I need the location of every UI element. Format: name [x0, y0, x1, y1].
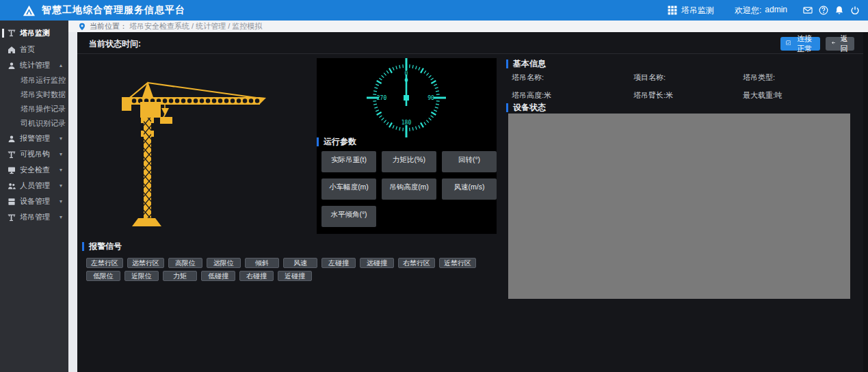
sidebar-item-首页[interactable]: 首页: [0, 42, 68, 57]
alarm-row-1: 左禁行区 远禁行区 高限位 远限位 倾斜 风速 左碰撞 远碰撞 右禁行区: [86, 258, 534, 268]
sidebar-item-label: 人员管理: [20, 181, 50, 191]
sidebar-item-label: 塔吊操作记录: [21, 104, 66, 114]
tower-crane-illustration: [111, 75, 269, 232]
app-switcher[interactable]: 塔吊监测: [668, 5, 714, 16]
username[interactable]: admin: [765, 5, 787, 16]
alarm-signal-chip: 右碰撞: [239, 271, 274, 281]
sidebar-item-塔吊运行监控[interactable]: 塔吊运行监控: [0, 73, 68, 88]
sidebar-item-label: 司机识别记录: [21, 118, 66, 129]
sidebar-item-label: 可视吊钩: [20, 149, 50, 159]
sidebar-item-人员管理[interactable]: 人员管理▾: [0, 178, 68, 194]
gauge-panel: 090180270 运行参数 实际吊重(t) 力矩比(%) 回转(°): [317, 58, 497, 234]
sidebar-item-可视吊钩[interactable]: 可视吊钩▾: [0, 146, 68, 162]
crane-icon: [8, 213, 16, 222]
alarm-signal-chip: 左禁行区: [86, 258, 123, 268]
section-accent-bar: [506, 103, 508, 112]
sidebar-item-塔吊操作记录[interactable]: 塔吊操作记录: [0, 102, 68, 116]
param-tile: 吊钩高度(m): [382, 178, 436, 200]
info-panel: 基本信息 塔吊名称: 项目名称: 塔吊类型: 塔吊高度:米 塔吊臂长:米 最大载…: [506, 58, 859, 345]
breadcrumb: 当前位置： 塔吊安全检查系统 / 统计管理 / 监控模拟: [68, 21, 868, 32]
info-field-label: 塔吊类型:: [743, 72, 859, 83]
section-accent-bar: [506, 59, 508, 68]
back-arrow-icon: [831, 40, 836, 48]
device-icon: [8, 198, 16, 206]
user-icon: [8, 62, 16, 70]
active-indicator: [2, 29, 4, 38]
breadcrumb-prefix: 当前位置：: [90, 21, 127, 31]
status-time-label: 当前状态时间:: [89, 38, 141, 50]
chevron-down-icon: ▾: [60, 151, 62, 157]
sidebar-item-安全检查[interactable]: 安全检查▾: [0, 162, 68, 178]
location-pin-icon: [78, 23, 86, 31]
chevron-down-icon: ▾: [60, 167, 62, 173]
user-icon: [8, 135, 16, 143]
back-button[interactable]: 返回: [826, 37, 854, 51]
breadcrumb-path[interactable]: 塔吊安全检查系统 / 统计管理 / 监控模拟: [129, 21, 262, 31]
param-tile: 回转(°): [442, 151, 497, 172]
connection-status-button[interactable]: 连接正常: [780, 37, 820, 51]
section-accent-bar: [317, 137, 319, 146]
alarm-signal-chip: 近碰撞: [278, 271, 312, 281]
content-header: 当前状态时间: 连接正常 返回: [77, 32, 868, 54]
bell-icon[interactable]: [834, 5, 844, 15]
chevron-down-icon: ▾: [60, 135, 62, 142]
basic-info-header: 基本信息: [506, 58, 546, 70]
help-icon[interactable]: [819, 5, 828, 15]
alarm-signal-chip: 右禁行区: [398, 258, 435, 268]
param-tile: 实际吊重(t): [321, 151, 376, 172]
param-tile-label: 回转(°): [458, 155, 480, 165]
sidebar-item-塔吊监测[interactable]: 塔吊监测: [0, 24, 68, 42]
connection-status-label: 连接正常: [794, 34, 815, 54]
param-tile-label: 力矩比(%): [393, 155, 425, 165]
alarm-signal-chip: 远限位: [207, 258, 241, 268]
param-tile: 力矩比(%): [382, 151, 436, 172]
run-params-header: 运行参数: [317, 136, 356, 148]
scrollbar[interactable]: [863, 32, 868, 372]
sidebar-item-司机识别记录[interactable]: 司机识别记录: [0, 116, 68, 131]
power-icon[interactable]: [850, 5, 860, 15]
device-status-display: [508, 114, 850, 299]
sidebar-item-label: 塔吊运行监控: [21, 75, 66, 85]
svg-text:180: 180: [402, 120, 412, 126]
home-icon: [8, 46, 16, 54]
alarm-rows: 左禁行区 远禁行区 高限位 远限位 倾斜 风速 左碰撞 远碰撞 右禁行区: [86, 258, 534, 281]
chevron-down-icon: ▾: [60, 183, 62, 189]
info-field-label: 塔吊名称:: [512, 72, 633, 83]
sidebar-item-统计管理[interactable]: 统计管理▴: [0, 57, 68, 73]
run-params-grid: 实际吊重(t) 力矩比(%) 回转(°) 小车幅度(m) 吊钩高度(m): [321, 151, 497, 227]
sidebar-menu: 塔吊监测首页统计管理▴塔吊运行监控塔吊实时数据塔吊操作记录司机识别记录报警管理▾…: [0, 21, 68, 372]
alarm-signal-chip: 远碰撞: [360, 258, 394, 268]
alarm-signals-section: 报警信号 左禁行区 远禁行区 高限位 远限位 倾斜 风速 左碰撞: [82, 241, 534, 284]
sidebar-item-设备管理[interactable]: 设备管理▾: [0, 194, 68, 209]
sidebar-item-label: 设备管理: [20, 196, 50, 207]
monitor-icon: [8, 166, 16, 174]
crane-icon: [8, 150, 16, 159]
alarm-signal-chip: 低限位: [86, 271, 120, 281]
alarm-signal-chip: 高限位: [168, 258, 202, 268]
alarm-signal-chip: 倾斜: [245, 258, 279, 268]
sidebar-item-label: 塔吊管理: [20, 212, 50, 222]
check-square-icon: [786, 40, 791, 48]
sidebar-item-塔吊实时数据[interactable]: 塔吊实时数据: [0, 88, 68, 102]
sidebar-item-label: 报警管理: [20, 133, 50, 144]
alarm-signals-header: 报警信号: [82, 241, 534, 252]
param-tile-label: 实际吊重(t): [331, 155, 367, 165]
sidebar-item-label: 塔吊监测: [20, 28, 50, 38]
info-field-label: 塔吊高度:米: [512, 90, 633, 101]
sidebar-item-label: 安全检查: [20, 165, 50, 175]
basic-info-title: 基本信息: [513, 58, 546, 70]
mail-icon[interactable]: [803, 5, 813, 15]
alarm-signal-chip: 风速: [283, 258, 317, 268]
device-status-header: 设备状态: [506, 102, 546, 114]
crane-icon: [8, 29, 16, 37]
alarm-signal-chip: 近限位: [124, 271, 159, 281]
svg-text:270: 270: [377, 95, 387, 101]
sidebar-item-label: 塔吊实时数据: [21, 90, 66, 100]
app-logo-icon: [23, 5, 36, 16]
svg-text:90: 90: [428, 95, 434, 101]
sidebar-item-报警管理[interactable]: 报警管理▾: [0, 131, 68, 146]
rotation-gauge: 090180270: [317, 58, 497, 142]
alarm-signal-chip: 左碰撞: [321, 258, 356, 268]
alarm-signal-chip: 远禁行区: [127, 258, 164, 268]
sidebar-item-塔吊管理[interactable]: 塔吊管理▾: [0, 209, 68, 225]
